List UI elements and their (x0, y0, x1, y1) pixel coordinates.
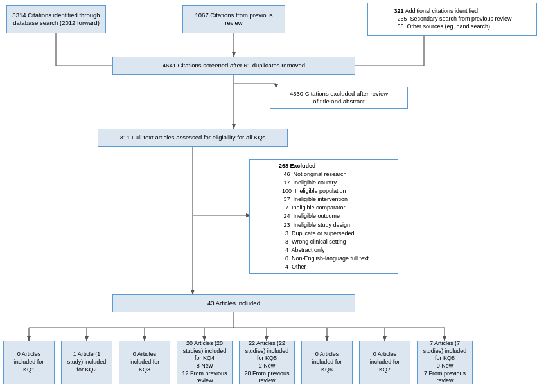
kq3-box: 0 Articles included for KQ3 (119, 341, 170, 384)
kq4-box: 20 Articles (20 studies) included for KQ… (177, 341, 233, 384)
kq7-box: 0 Articles included for KQ7 (359, 341, 410, 384)
excluded-detail-box: 268 Excluded 46 Not original research 17… (249, 159, 398, 274)
db-search-box: 3314 Citations identified through databa… (6, 5, 106, 33)
flowchart-diagram: 3314 Citations identified through databa… (0, 0, 546, 392)
kq8-box: 7 Articles (7 studies) included for KQ8 … (417, 341, 473, 384)
excluded-title-box: 4330 Citations excluded after reviewof t… (270, 87, 408, 109)
kq1-box: 0 Articles included for KQ1 (3, 341, 55, 384)
prev-review-box: 1067 Citations from previous review (182, 5, 285, 33)
screened-box: 4641 Citations screened after 61 duplica… (112, 57, 355, 75)
full-text-box: 311 Full-text articles assessed for elig… (98, 129, 288, 147)
kq6-box: 0 Articles included for KQ6 (301, 341, 353, 384)
kq5-box: 22 Articles (22 studies) included for KQ… (239, 341, 295, 384)
additional-box: 321 Additional citations identified 255 … (367, 3, 537, 36)
included-box: 43 Articles included (112, 294, 355, 312)
kq2-box: 1 Article (1 study) included for KQ2 (61, 341, 112, 384)
